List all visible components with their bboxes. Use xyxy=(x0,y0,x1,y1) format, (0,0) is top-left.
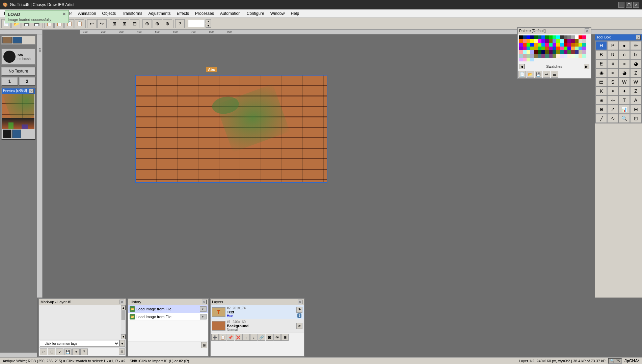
history-undo-1[interactable]: ↩ xyxy=(200,306,207,312)
palette-save-button[interactable]: 💾 xyxy=(535,71,542,78)
palette-color-4[interactable] xyxy=(534,35,538,39)
palette-color-8[interactable] xyxy=(549,35,553,39)
palette-color-89[interactable] xyxy=(582,50,586,54)
palette-color-79[interactable] xyxy=(545,50,549,54)
tool-chart[interactable]: 📊 xyxy=(619,105,630,114)
tool-selector[interactable]: H xyxy=(596,41,607,50)
tool-z[interactable]: Z xyxy=(630,68,641,77)
palette-color-106[interactable] xyxy=(579,54,582,58)
minimize-button[interactable]: ─ xyxy=(618,2,624,8)
history-panel-close[interactable]: ✕ xyxy=(202,300,207,304)
no-texture-button[interactable]: No Texture xyxy=(1,67,35,76)
markup-save-button[interactable]: 💾 xyxy=(64,348,72,355)
history-item-1[interactable]: 📂 Load Image from File ↩ xyxy=(128,305,208,313)
tool-s[interactable]: S xyxy=(607,78,618,86)
palette-color-83[interactable] xyxy=(560,50,564,54)
palette-open-button[interactable]: 📂 xyxy=(527,71,534,78)
layer-expand-button[interactable]: ⊞ xyxy=(281,334,289,341)
palette-color-37[interactable] xyxy=(523,43,527,47)
palette-color-29[interactable] xyxy=(560,39,564,43)
palette-color-57[interactable] xyxy=(530,47,534,50)
layer-merge-button[interactable]: ⊞ xyxy=(266,334,273,341)
palette-color-110[interactable] xyxy=(527,58,530,61)
markup-scroll-handle[interactable] xyxy=(121,310,125,320)
palette-color-108[interactable] xyxy=(519,58,523,61)
palette-color-111[interactable] xyxy=(530,58,534,61)
palette-color-73[interactable] xyxy=(523,50,527,54)
tool-pencil[interactable]: ✏ xyxy=(630,41,641,50)
layer-item-1[interactable]: #1, 240×160 Background Normal 👁 xyxy=(211,319,304,333)
markup-check-button[interactable]: ✓ xyxy=(56,348,63,355)
palette-color-40[interactable] xyxy=(534,43,538,47)
redo-button[interactable]: ↪ xyxy=(97,19,107,28)
palette-color-41[interactable] xyxy=(538,43,541,47)
palette-color-15[interactable] xyxy=(575,35,579,39)
palette-color-48[interactable] xyxy=(564,43,567,47)
palette-new-button[interactable]: 📄 xyxy=(518,71,526,78)
palette-color-62[interactable] xyxy=(549,47,553,50)
tool-wave[interactable]: ≈ xyxy=(619,59,630,68)
markup-expand-button[interactable]: ⊞ xyxy=(119,348,125,355)
transform3-button[interactable]: ⊕ xyxy=(163,19,172,28)
palette-color-34[interactable] xyxy=(579,39,582,43)
zoom-input[interactable]: 200% xyxy=(188,20,205,27)
tool-box[interactable]: ⊞ xyxy=(596,96,607,105)
palette-color-58[interactable] xyxy=(534,47,538,50)
markup-help-button[interactable]: ? xyxy=(80,348,88,355)
tool-add[interactable]: ⊕ xyxy=(596,105,607,114)
palette-color-39[interactable] xyxy=(530,43,534,47)
markup-undo-button[interactable]: ↩ xyxy=(40,348,47,355)
tool-fill[interactable]: ◕ xyxy=(619,68,630,77)
palette-color-2[interactable] xyxy=(527,35,530,39)
layer-item-2[interactable]: T #2, 201×174 Text Hue 👁 1 xyxy=(211,305,304,319)
tool-grid[interactable]: ▤ xyxy=(596,78,607,86)
palette-list-button[interactable]: ☰ xyxy=(551,71,558,78)
history-undo-2[interactable]: ↩ xyxy=(200,314,207,319)
menu-item-help[interactable]: Help xyxy=(288,10,302,17)
tool-a[interactable]: A xyxy=(630,96,641,105)
palette-color-17[interactable] xyxy=(582,35,586,39)
paste3-button[interactable]: 📋 xyxy=(75,19,84,28)
menu-item-effects[interactable]: Effects xyxy=(174,10,192,17)
palette-color-3[interactable] xyxy=(530,35,534,39)
menu-item-configure[interactable]: Configure xyxy=(244,10,267,17)
tool-c[interactable]: c xyxy=(619,50,630,59)
layer-2-button[interactable]: 2 xyxy=(19,77,36,86)
background-color-swatch[interactable] xyxy=(12,130,21,138)
palette-color-28[interactable] xyxy=(556,39,560,43)
palette-color-52[interactable] xyxy=(579,43,582,47)
menu-item-objects[interactable]: Objects xyxy=(100,10,119,17)
markup-dropdown-button[interactable]: ▼ xyxy=(119,340,125,347)
palette-color-70[interactable] xyxy=(579,47,582,50)
palette-color-60[interactable] xyxy=(541,47,545,50)
menu-item-processes[interactable]: Processes xyxy=(192,10,217,17)
markup-tag-select[interactable]: -- click for common tags -- xyxy=(40,340,119,347)
palette-color-45[interactable] xyxy=(553,43,556,47)
markup-panel-close[interactable]: ✕ xyxy=(119,300,124,304)
markup-scroll-up[interactable]: ▲ xyxy=(121,305,126,310)
palette-color-23[interactable] xyxy=(538,39,541,43)
palette-color-91[interactable] xyxy=(523,54,527,58)
tool-k[interactable]: K xyxy=(596,87,607,95)
grid-button[interactable]: ⊞ xyxy=(110,19,119,28)
palette-color-69[interactable] xyxy=(575,47,579,50)
palette-color-82[interactable] xyxy=(556,50,560,54)
tool-crop[interactable]: ⊟ xyxy=(630,105,641,114)
tool-b[interactable]: B xyxy=(596,50,607,59)
palette-color-78[interactable] xyxy=(541,50,545,54)
palette-color-93[interactable] xyxy=(530,54,534,58)
restore-button[interactable]: ❐ xyxy=(626,2,632,8)
palette-color-16[interactable] xyxy=(579,35,582,39)
palette-color-88[interactable] xyxy=(579,50,582,54)
layer-link-button[interactable]: 🔗 xyxy=(258,334,265,341)
tool-curve[interactable]: ∿ xyxy=(607,114,618,123)
layer-1-button[interactable]: 1 xyxy=(1,77,18,86)
palette-color-11[interactable] xyxy=(560,35,564,39)
zoom-up-button[interactable]: ▲ xyxy=(206,19,211,23)
tool-w2[interactable]: W xyxy=(630,78,641,86)
foreground-color-swatch[interactable] xyxy=(3,130,11,138)
palette-color-56[interactable] xyxy=(527,47,530,50)
markup-vscroll[interactable]: ▲ ▼ xyxy=(121,305,126,339)
palette-color-95[interactable] xyxy=(538,54,541,58)
menu-item-adjustments[interactable]: Adjustments xyxy=(146,10,173,17)
